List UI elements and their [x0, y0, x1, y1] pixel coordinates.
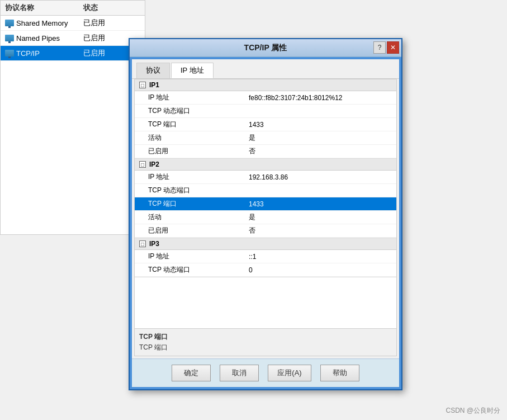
ip3-dynamic-port-label: TCP 动态端口 [148, 265, 249, 275]
tab-protocol[interactable]: 协议 [136, 63, 170, 78]
dialog-title: TCP/IP 属性 [244, 43, 287, 53]
close-button[interactable]: ✕ [387, 41, 399, 54]
header-status: 状态 [83, 3, 98, 13]
ip3-dynamic-port-value: 0 [249, 266, 392, 274]
ip2-enabled-value: 否 [249, 226, 392, 235]
named-pipes-name: Named Pipes [16, 34, 83, 43]
shared-memory-name: Shared Memory [16, 19, 83, 27]
content-area: □ IP1 IP 地址 fe80::f8b2:3107:24b1:8012%12… [134, 79, 397, 356]
tab-ip-address[interactable]: IP 地址 [171, 63, 214, 78]
ip2-enabled-row[interactable]: 已启用 否 [135, 224, 396, 238]
named-pipes-status: 已启用 [83, 33, 105, 43]
ip2-dynamic-port-label: TCP 动态端口 [148, 186, 249, 195]
ip3-dynamic-port-row[interactable]: TCP 动态端口 0 [135, 263, 396, 277]
ip2-collapse-icon[interactable]: □ [139, 161, 146, 168]
ip3-address-row[interactable]: IP 地址 ::1 [135, 250, 396, 263]
ip2-active-row[interactable]: 活动 是 [135, 211, 396, 224]
ip1-dynamic-port-row[interactable]: TCP 动态端口 [135, 105, 396, 118]
ip1-label: IP1 [149, 81, 159, 89]
ip3-header[interactable]: □ IP3 [135, 238, 396, 250]
ip2-address-row[interactable]: IP 地址 192.168.3.86 [135, 171, 396, 184]
ip1-address-label: IP 地址 [148, 93, 249, 102]
header-protocol-name: 协议名称 [5, 3, 83, 13]
ip2-address-value: 192.168.3.86 [249, 173, 392, 181]
ip3-collapse-icon[interactable]: □ [139, 240, 146, 247]
ip1-port-label: TCP 端口 [148, 120, 249, 129]
protocol-row-shared-memory[interactable]: Shared Memory 已启用 [1, 16, 145, 31]
protocol-row-tcpip[interactable]: TCP/IP 已启用 [1, 46, 145, 61]
ip1-active-value: 是 [249, 133, 392, 143]
ip3-section: □ IP3 IP 地址 ::1 TCP 动态端口 0 [135, 238, 396, 277]
ip2-dynamic-port-row[interactable]: TCP 动态端口 [135, 184, 396, 197]
watermark: CSDN @公良时分 [446, 406, 500, 416]
help-title-button[interactable]: ? [373, 41, 386, 54]
shared-memory-icon [5, 20, 14, 26]
ip1-address-row[interactable]: IP 地址 fe80::f8b2:3107:24b1:8012%12 [135, 91, 396, 105]
ip3-address-label: IP 地址 [148, 252, 249, 261]
tcpip-name: TCP/IP [16, 49, 83, 58]
modal-body: 协议 IP 地址 □ IP1 IP 地址 fe80::f8b2:3107:24b… [132, 59, 399, 387]
ip2-active-value: 是 [249, 213, 392, 222]
ip1-active-row[interactable]: 活动 是 [135, 131, 396, 145]
ip2-port-row[interactable]: TCP 端口 1433 [135, 197, 396, 211]
apply-button[interactable]: 应用(A) [268, 365, 311, 381]
ip2-active-label: 活动 [148, 213, 249, 222]
title-bar: TCP/IP 属性 ? ✕ [130, 39, 401, 57]
ip1-dynamic-port-label: TCP 动态端口 [148, 106, 249, 116]
ip2-header[interactable]: □ IP2 [135, 159, 396, 171]
ip2-enabled-label: 已启用 [148, 226, 249, 235]
protocol-list-panel: 协议名称 状态 Shared Memory 已启用 Named Pipes 已启… [0, 0, 145, 235]
tcpip-icon [5, 50, 14, 56]
ip1-enabled-label: 已启用 [148, 147, 249, 156]
bottom-info-title: TCP 端口 [139, 332, 392, 342]
shared-memory-status: 已启用 [83, 18, 105, 28]
bottom-info-panel: TCP 端口 TCP 端口 [135, 328, 396, 356]
tcpip-status: 已启用 [83, 48, 105, 58]
ip3-label: IP3 [149, 240, 159, 248]
modal-footer: 确定 取消 应用(A) 帮助 [132, 358, 399, 387]
ip2-section: □ IP2 IP 地址 192.168.3.86 TCP 动态端口 TCP 端口… [135, 159, 396, 238]
protocol-list-header: 协议名称 状态 [1, 1, 145, 16]
ip1-header[interactable]: □ IP1 [135, 79, 396, 91]
ok-button[interactable]: 确定 [172, 365, 211, 381]
ip2-port-label: TCP 端口 [148, 199, 249, 209]
ip1-enabled-value: 否 [249, 147, 392, 156]
ip1-active-label: 活动 [148, 133, 249, 143]
bottom-info-text: TCP 端口 [139, 343, 392, 352]
title-controls: ? ✕ [373, 41, 399, 54]
ip1-port-value: 1433 [249, 121, 392, 129]
ip1-enabled-row[interactable]: 已启用 否 [135, 145, 396, 158]
ip1-port-row[interactable]: TCP 端口 1433 [135, 118, 396, 131]
named-pipes-icon [5, 35, 14, 41]
protocol-row-named-pipes[interactable]: Named Pipes 已启用 [1, 31, 145, 46]
ip2-address-label: IP 地址 [148, 172, 249, 182]
tcpip-properties-dialog: TCP/IP 属性 ? ✕ 协议 IP 地址 □ IP1 [129, 38, 402, 390]
ip1-collapse-icon[interactable]: □ [139, 82, 146, 88]
ip-table[interactable]: □ IP1 IP 地址 fe80::f8b2:3107:24b1:8012%12… [135, 79, 396, 328]
ip3-address-value: ::1 [249, 253, 392, 261]
ip1-address-value: fe80::f8b2:3107:24b1:8012%12 [249, 94, 392, 102]
tab-bar: 协议 IP 地址 [132, 59, 399, 79]
help-button[interactable]: 帮助 [320, 365, 359, 381]
ip2-label: IP2 [149, 161, 159, 168]
ip2-port-value: 1433 [249, 200, 392, 208]
cancel-button[interactable]: 取消 [220, 365, 259, 381]
ip1-section: □ IP1 IP 地址 fe80::f8b2:3107:24b1:8012%12… [135, 79, 396, 159]
